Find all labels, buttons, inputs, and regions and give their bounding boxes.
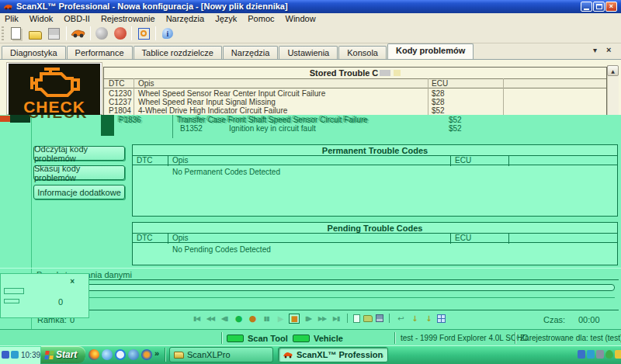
- maximize-button[interactable]: [593, 2, 605, 12]
- tab-narzedzia[interactable]: Narzędzia: [223, 46, 279, 59]
- read-trouble-codes-button[interactable]: Odczytaj kody problemów: [33, 146, 125, 161]
- minimize-button[interactable]: [581, 2, 592, 12]
- tab-ustawienia[interactable]: Ustawienia: [279, 46, 338, 59]
- glitch-fragment: [0, 116, 10, 122]
- menu-narzedzia[interactable]: Narzędzia: [166, 14, 205, 23]
- dashboard-gauge: [141, 30, 147, 36]
- dtc-cell[interactable]: B1352: [180, 124, 203, 133]
- skip-end-button[interactable]: ▶▮: [331, 314, 342, 324]
- media-player-icon[interactable]: [141, 349, 152, 360]
- tab-diagnostyka[interactable]: Diagnostyka: [2, 46, 66, 59]
- info-icon[interactable]: i: [160, 26, 175, 41]
- tab-tablice-rozdzielcze[interactable]: Tablice rozdzielcze: [134, 46, 222, 59]
- taskbar-divider: [165, 348, 165, 362]
- ecu-cell[interactable]: $52: [449, 116, 462, 124]
- toolbar-drag-handle[interactable]: [2, 26, 4, 40]
- tab-close-icon[interactable]: ×: [606, 45, 611, 54]
- taskbar-window-scanxlpro[interactable]: ScanXLPro: [169, 347, 273, 362]
- dtc-cell-glitched[interactable]: P1836: [119, 116, 141, 124]
- tray-network-icon[interactable]: [578, 350, 585, 359]
- new-file-icon[interactable]: [8, 26, 23, 41]
- dtc-cell[interactable]: C1230: [109, 89, 131, 98]
- tab-performance[interactable]: Performance: [67, 46, 133, 59]
- step-back-button[interactable]: ◀▮: [219, 314, 230, 324]
- dtc-cell[interactable]: P1804: [109, 106, 131, 115]
- column-divider: [168, 233, 168, 244]
- menu-rejestrowanie[interactable]: Rejestrowanie: [101, 14, 155, 23]
- clear-trouble-codes-button[interactable]: Skasuj kody problemów: [33, 165, 125, 180]
- menu-jezyk[interactable]: Język: [215, 14, 237, 23]
- column-divider: [503, 78, 504, 115]
- pending-codes-title: Pending Trouble Codes: [132, 224, 618, 233]
- firefox-icon[interactable]: [88, 349, 99, 360]
- play-button[interactable]: ▶: [275, 314, 286, 324]
- menu-obd-ii[interactable]: OBD-II: [64, 14, 90, 23]
- col-header-ecu: ECU: [455, 234, 471, 242]
- dtc-cell[interactable]: C1237: [109, 98, 131, 106]
- opis-cell[interactable]: Wheel Speed Sensor Rear Center Input Cir…: [138, 89, 325, 98]
- browser-icon[interactable]: [128, 349, 139, 360]
- menu-pomoc[interactable]: Pomoc: [248, 14, 274, 23]
- new-log-icon[interactable]: [353, 314, 360, 323]
- start-label: Start: [56, 349, 77, 360]
- disconnect-icon[interactable]: [113, 26, 128, 41]
- taskbar-window-scanxl-professional[interactable]: ScanXL™ Professional...: [278, 347, 388, 362]
- vehicle-icon[interactable]: [71, 26, 86, 41]
- column-divider: [450, 155, 451, 166]
- slider-groove[interactable]: [59, 297, 615, 298]
- permanent-codes-title: Permanent Trouble Codes: [132, 146, 618, 155]
- col-header-dtc: DTC: [109, 79, 125, 88]
- tray-shield-icon[interactable]: [605, 350, 613, 359]
- glitch-rect: [4, 299, 19, 303]
- scroll-up-icon[interactable]: ▲: [607, 65, 619, 76]
- save-file-icon[interactable]: [46, 26, 61, 41]
- disconnect-glyph: [114, 27, 127, 40]
- menu-window[interactable]: Window: [286, 14, 316, 23]
- ecu-cell[interactable]: $52: [432, 106, 445, 115]
- skip-start-button[interactable]: ▮◀: [191, 314, 202, 324]
- messenger-icon[interactable]: [102, 349, 113, 360]
- open-log-icon[interactable]: [363, 315, 373, 322]
- internet-explorer-icon[interactable]: [115, 349, 126, 360]
- menu-plik[interactable]: Plik: [5, 14, 19, 23]
- opis-cell-glitched[interactable]: Transfer Case Front Shaft Speed Sensor C…: [177, 116, 368, 124]
- menu-widok[interactable]: Widok: [29, 14, 54, 23]
- panel-top-edge: [0, 268, 621, 269]
- col-header-opis: Opis: [138, 79, 154, 88]
- step-forward-button[interactable]: ▮▶: [303, 314, 314, 324]
- open-file-icon[interactable]: [27, 26, 43, 41]
- tray-volume-icon[interactable]: [615, 350, 621, 359]
- export-down-alt-icon[interactable]: ↓: [423, 314, 434, 324]
- pause-button[interactable]: ▮▮: [261, 314, 272, 324]
- column-divider: [428, 78, 428, 115]
- opis-cell[interactable]: Wheel Speed Rear Input Signal Missing: [138, 98, 276, 106]
- tray-volume-muted-icon[interactable]: [596, 350, 604, 359]
- undo-icon[interactable]: ↩: [395, 314, 406, 324]
- dashboard-config-icon[interactable]: [136, 26, 151, 41]
- ecu-cell[interactable]: $52: [449, 124, 462, 133]
- quick-launch-overflow-icon[interactable]: »: [154, 348, 159, 358]
- stop-button[interactable]: ■: [289, 314, 300, 324]
- grid-view-icon[interactable]: [437, 314, 446, 323]
- save-log-icon[interactable]: [376, 314, 383, 322]
- record-button[interactable]: ●: [233, 314, 244, 324]
- ecu-cell[interactable]: $28: [432, 98, 445, 106]
- ecu-cell[interactable]: $28: [432, 89, 445, 98]
- tab-konsola[interactable]: Konsola: [338, 46, 387, 59]
- record-alt-button[interactable]: ●: [247, 314, 258, 324]
- additional-info-button[interactable]: Informacje dodatkowe: [33, 185, 125, 199]
- toolbar-separator: [90, 26, 91, 40]
- tab-dropdown-icon[interactable]: ▾: [593, 46, 597, 54]
- rewind-button[interactable]: ◀◀: [205, 314, 216, 324]
- fast-forward-button[interactable]: ▶▶: [317, 314, 328, 324]
- start-button[interactable]: Start: [41, 346, 85, 363]
- opis-cell[interactable]: 4-Wheel Drive High Indicator Circuit Fai…: [138, 106, 287, 115]
- opis-cell[interactable]: Ignition key in circuit fault: [229, 124, 316, 133]
- slider-track[interactable]: [56, 284, 615, 291]
- export-down-icon[interactable]: ↓: [409, 314, 420, 324]
- close-button[interactable]: ×: [605, 2, 617, 12]
- tab-kody-problemow[interactable]: Kody problemów: [387, 43, 474, 59]
- col-header-dtc: DTC: [137, 234, 153, 242]
- connect-icon[interactable]: [94, 26, 109, 41]
- tray-battery-icon[interactable]: [587, 350, 595, 359]
